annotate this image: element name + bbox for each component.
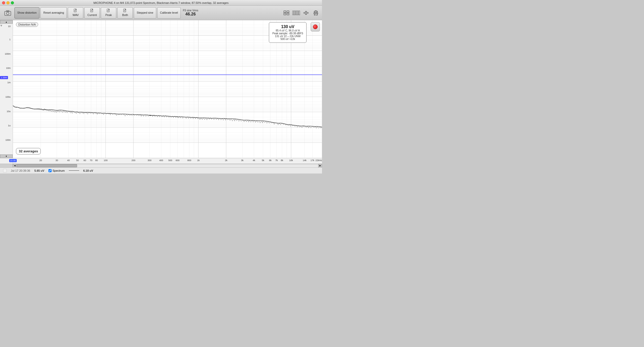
arrows-icon[interactable] — [302, 9, 310, 17]
x-label-20: 20 — [39, 159, 42, 162]
svg-rect-23 — [299, 11, 300, 15]
svg-point-27 — [315, 12, 317, 14]
window-title: MICROPHONE 4 on M4 131,072-point Spectru… — [94, 1, 229, 4]
svg-rect-16 — [287, 11, 289, 13]
x-label-300: 300 — [147, 159, 151, 162]
x-label-80: 80 — [95, 159, 98, 162]
camera-button[interactable] — [2, 7, 13, 19]
info-line4: 500 uV >22k — [272, 38, 303, 40]
y-label-100u: 100u — [5, 96, 12, 98]
svg-rect-21 — [296, 11, 297, 15]
status-color-swatch — [3, 169, 7, 172]
show-distortion-button[interactable]: Show distortion — [14, 7, 39, 19]
status-timestamp: Jul 17 20:39:36 — [11, 169, 30, 172]
scroll-thumb[interactable] — [17, 164, 77, 167]
x-label-70: 70 — [90, 159, 92, 162]
x-label-500: 500 — [168, 159, 172, 162]
x-label-800: 800 — [187, 159, 191, 162]
y-label-100m: 100m — [5, 53, 12, 55]
info-box: 130 uV 85.4 uV C, 96.0 uV A Peak sample:… — [269, 22, 307, 43]
y-label-10: 10 — [8, 25, 12, 28]
wav-button[interactable]: WAV — [68, 7, 83, 19]
x-label-22k: 22kHz — [315, 159, 322, 162]
x-label-7k: 7k — [275, 159, 278, 162]
svg-rect-2 — [6, 11, 9, 12]
current-button[interactable]: Current — [84, 7, 100, 19]
y-label-10u: 10u — [7, 110, 12, 113]
svg-rect-22 — [297, 11, 298, 15]
x-label-14k: 14k — [303, 159, 307, 162]
marker-value-label: 1.59m — [0, 76, 8, 79]
x-label-40: 40 — [67, 159, 70, 162]
scroll-left-arrow[interactable]: ◀ — [13, 164, 16, 168]
toolbar: Show distortion Reset averaging WAV Curr… — [0, 6, 322, 20]
status-value2: 6.18 uV — [83, 169, 93, 172]
fs-sine-display: FS sine Vrms 46.26 — [183, 9, 198, 16]
y-label-1: 1 — [9, 38, 12, 41]
maximize-button[interactable] — [11, 1, 14, 4]
gear-icon[interactable] — [312, 9, 320, 17]
svg-rect-18 — [287, 13, 289, 15]
scroll-track[interactable] — [16, 164, 318, 168]
record-button[interactable] — [311, 22, 320, 31]
x-label-600: 600 — [176, 159, 179, 162]
y-label-1m: 1m — [7, 81, 12, 84]
info-main-value: 130 uV — [272, 24, 303, 29]
averages-badge: 32 averages — [16, 148, 41, 154]
calibrate-level-button[interactable]: Calibrate level — [157, 7, 181, 19]
minimize-button[interactable] — [6, 1, 10, 4]
title-bar: MICROPHONE 4 on M4 131,072-point Spectru… — [0, 0, 322, 6]
x-label-17k: 17k — [310, 159, 314, 162]
x-label-200: 200 — [131, 159, 135, 162]
status-bar: Jul 17 20:39:36 5.65 uV Spectrum 6.18 uV — [0, 167, 322, 173]
x-label-400: 400 — [159, 159, 163, 162]
x-label-10k: 10k — [289, 159, 293, 162]
traffic-lights — [2, 1, 14, 4]
info-line1: 85.4 uV C, 96.0 uV A — [272, 29, 303, 32]
both-button[interactable]: Both — [117, 7, 133, 19]
x-label-50: 50 — [76, 159, 79, 162]
svg-rect-15 — [284, 11, 286, 13]
y-scroll-up[interactable]: ▲ — [0, 20, 13, 24]
x-label-60: 60 — [84, 159, 86, 162]
y-label-10m: 10m — [6, 67, 12, 69]
x-label-3k: 3k — [241, 159, 244, 162]
grid-icon[interactable] — [282, 9, 291, 17]
status-value1: 5.65 uV — [34, 169, 44, 172]
svg-rect-17 — [284, 13, 286, 15]
x-label-6k: 6k — [269, 159, 272, 162]
reset-averaging-button[interactable]: Reset averaging — [40, 7, 67, 19]
info-line3: 131 uV 22 – 22k UNW — [272, 35, 303, 38]
y-scroll-down[interactable]: ▼ — [0, 154, 13, 158]
peak-button[interactable]: Peak — [101, 7, 116, 19]
svg-rect-20 — [294, 11, 295, 15]
info-line2: Peak sample: -89.38 dBFS — [272, 32, 303, 35]
scrollbar[interactable]: ◀ ▶ — [0, 164, 322, 167]
x-axis: 10.00 20 30 40 50 60 70 80 100 200 300 4… — [0, 158, 322, 164]
y-axis-unit: V — [1, 24, 2, 27]
svg-point-1 — [6, 12, 9, 15]
x-label-4k: 4k — [253, 159, 255, 162]
x-label-30: 30 — [55, 159, 58, 162]
right-toolbar — [282, 9, 320, 17]
spectrum-line-preview — [69, 170, 79, 171]
spectrum-checkbox[interactable]: Spectrum — [48, 169, 65, 172]
x-label-5k: 5k — [262, 159, 264, 162]
x-label-1k: 1k — [197, 159, 200, 162]
y-label-100n: 100n — [5, 139, 12, 141]
stepped-sine-button[interactable]: Stepped sine — [134, 7, 156, 19]
close-button[interactable] — [2, 1, 5, 4]
svg-rect-19 — [293, 11, 294, 15]
x-label-8k: 8k — [281, 159, 283, 162]
x-label-10: 10.00 — [9, 159, 17, 162]
y-label-1u: 1u — [8, 124, 12, 127]
scroll-right-arrow[interactable]: ▶ — [318, 164, 322, 168]
distortion-label: Distortion N/A — [16, 22, 38, 27]
x-label-100: 100 — [104, 159, 108, 162]
x-label-2k: 2k — [225, 159, 228, 162]
record-dot — [313, 24, 318, 29]
bands-icon[interactable] — [292, 9, 300, 17]
